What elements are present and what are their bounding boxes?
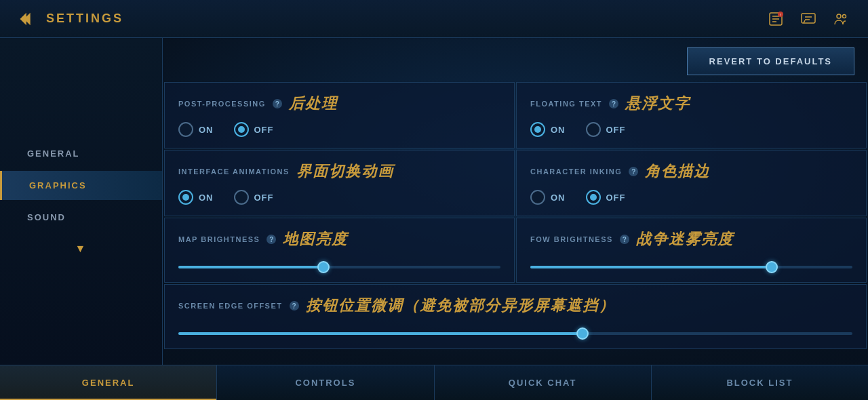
fow-brightness-cell: FOW BRIGHTNESS ? 战争迷雾亮度 <box>516 218 867 283</box>
floating-text-off[interactable]: OFF <box>586 122 626 137</box>
map-brightness-label-cn: 地图亮度 <box>283 229 348 249</box>
character-inking-off-label: OFF <box>606 193 626 203</box>
chat-icon[interactable] <box>797 8 819 30</box>
screen-edge-offset-cell: SCREEN EDGE OFFSET ? 按钮位置微调（避免被部分异形屏幕遮挡） <box>164 284 867 349</box>
sidebar: GENERAL GRAPHICS SOUND ▼ <box>0 38 163 365</box>
fow-brightness-help-icon[interactable]: ? <box>620 235 629 244</box>
character-inking-cell: CHARACTER INKING ? 角色描边 ON OFF <box>516 150 867 216</box>
sidebar-item-sound[interactable]: SOUND ▼ <box>0 203 162 264</box>
revert-bar: REVERT TO DEFAULTS <box>163 38 868 82</box>
character-inking-label-en: CHARACTER INKING <box>530 167 622 176</box>
svg-point-6 <box>837 14 841 18</box>
floating-text-cell: FLOATING TEXT ? 悬浮文字 ON OFF <box>516 82 867 148</box>
revert-to-defaults-button[interactable]: REVERT TO DEFAULTS <box>687 47 854 75</box>
fow-brightness-slider-track[interactable] <box>530 266 852 268</box>
fow-brightness-slider-fill <box>530 266 772 268</box>
screen-edge-offset-help-icon[interactable]: ? <box>290 301 299 311</box>
map-brightness-slider-thumb[interactable] <box>317 261 330 273</box>
post-processing-on-label: ON <box>199 125 214 135</box>
post-processing-off[interactable]: OFF <box>234 122 274 137</box>
interface-animations-on[interactable]: ON <box>178 190 214 205</box>
interface-animations-toggle-row: ON OFF <box>178 190 500 205</box>
character-inking-label-row: CHARACTER INKING ? 角色描边 <box>530 161 852 182</box>
character-inking-off[interactable]: OFF <box>586 190 626 205</box>
task-icon[interactable]: ! <box>765 8 787 30</box>
floating-text-on[interactable]: ON <box>530 122 566 137</box>
tab-controls[interactable]: CONTROLS <box>217 365 434 400</box>
post-processing-on-radio <box>178 122 193 137</box>
settings-grid: POST-PROCESSING ? 后处理 ON OFF <box>163 82 868 349</box>
floating-text-help-icon[interactable]: ? <box>609 99 618 108</box>
floating-text-label-en: FLOATING TEXT <box>530 100 602 108</box>
map-brightness-slider-fill <box>178 266 323 268</box>
screen-edge-offset-slider-thumb[interactable] <box>576 327 589 340</box>
svg-rect-5 <box>802 14 815 23</box>
post-processing-label-row: POST-PROCESSING ? 后处理 <box>178 94 500 114</box>
post-processing-label-en: POST-PROCESSING <box>178 100 266 108</box>
tab-bar: GENERAL CONTROLS QUICK CHAT BLOCK LIST <box>0 365 868 400</box>
post-processing-off-label: OFF <box>254 125 274 135</box>
character-inking-on[interactable]: ON <box>530 190 566 205</box>
map-brightness-slider-track[interactable] <box>178 266 500 268</box>
fow-brightness-slider-container <box>530 258 852 271</box>
header-left: SETTINGS <box>16 8 123 30</box>
sidebar-item-graphics[interactable]: GRAPHICS <box>0 171 162 200</box>
header: SETTINGS ! <box>0 0 868 38</box>
header-icons: ! <box>765 8 852 30</box>
fow-brightness-label-row: FOW BRIGHTNESS ? 战争迷雾亮度 <box>530 229 852 249</box>
back-button[interactable] <box>16 8 38 30</box>
tab-general[interactable]: GENERAL <box>0 365 217 400</box>
screen-edge-offset-slider-track[interactable] <box>178 332 852 335</box>
svg-point-7 <box>843 14 846 18</box>
tab-quick-chat[interactable]: QUICK CHAT <box>435 365 652 400</box>
character-inking-off-radio <box>586 190 601 205</box>
screen-edge-offset-label-cn: 按钮位置微调（避免被部分异形屏幕遮挡） <box>306 296 615 316</box>
interface-animations-cell: INTERFACE ANIMATIONS 界面切换动画 ON OFF <box>164 150 515 216</box>
fow-brightness-slider-thumb[interactable] <box>766 261 778 273</box>
interface-animations-off-radio <box>234 190 249 205</box>
floating-text-toggle-row: ON OFF <box>530 122 852 137</box>
post-processing-label-cn: 后处理 <box>289 94 338 114</box>
post-processing-off-radio <box>234 122 249 137</box>
map-brightness-slider-container <box>178 258 500 271</box>
interface-animations-off-label: OFF <box>254 193 274 203</box>
character-inking-label-cn: 角色描边 <box>645 161 710 182</box>
fow-brightness-label-en: FOW BRIGHTNESS <box>530 235 613 243</box>
tab-block-list[interactable]: BLOCK LIST <box>652 365 868 400</box>
map-brightness-cell: MAP BRIGHTNESS ? 地图亮度 <box>164 218 515 283</box>
character-inking-off-radio-inner <box>590 194 597 201</box>
interface-animations-label-row: INTERFACE ANIMATIONS 界面切换动画 <box>178 161 500 182</box>
character-inking-toggle-row: ON OFF <box>530 190 852 205</box>
screen-edge-offset-label-en: SCREEN EDGE OFFSET <box>178 302 283 310</box>
main-layout: GENERAL GRAPHICS SOUND ▼ REVERT TO DEFAU… <box>0 38 868 365</box>
svg-marker-1 <box>20 12 26 25</box>
post-processing-off-radio-inner <box>238 126 245 133</box>
floating-text-on-label: ON <box>551 125 566 135</box>
friends-icon[interactable] <box>830 8 852 30</box>
content-area: REVERT TO DEFAULTS POST-PROCESSING ? 后处理… <box>163 38 868 365</box>
screen-edge-offset-slider-container <box>178 324 852 338</box>
fow-brightness-label-cn: 战争迷雾亮度 <box>636 229 734 249</box>
post-processing-cell: POST-PROCESSING ? 后处理 ON OFF <box>164 82 515 148</box>
floating-text-off-radio <box>586 122 601 137</box>
interface-animations-on-radio <box>178 190 193 205</box>
screen-edge-offset-label-row: SCREEN EDGE OFFSET ? 按钮位置微调（避免被部分异形屏幕遮挡） <box>178 296 852 316</box>
map-brightness-label-row: MAP BRIGHTNESS ? 地图亮度 <box>178 229 500 249</box>
sidebar-item-general[interactable]: GENERAL <box>0 139 162 168</box>
post-processing-toggle-row: ON OFF <box>178 122 500 137</box>
floating-text-label-row: FLOATING TEXT ? 悬浮文字 <box>530 94 852 114</box>
character-inking-help-icon[interactable]: ? <box>629 167 638 176</box>
floating-text-off-label: OFF <box>606 125 626 135</box>
character-inking-on-label: ON <box>551 193 566 203</box>
floating-text-label-cn: 悬浮文字 <box>625 94 690 114</box>
interface-animations-off[interactable]: OFF <box>234 190 274 205</box>
interface-animations-label-cn: 界面切换动画 <box>296 161 394 182</box>
floating-text-on-radio <box>530 122 545 137</box>
interface-animations-label-en: INTERFACE ANIMATIONS <box>178 167 290 176</box>
floating-text-on-radio-inner <box>534 126 541 133</box>
interface-animations-on-label: ON <box>199 193 214 203</box>
post-processing-help-icon[interactable]: ? <box>273 99 282 108</box>
page-title: SETTINGS <box>46 12 123 26</box>
map-brightness-help-icon[interactable]: ? <box>267 235 276 244</box>
post-processing-on[interactable]: ON <box>178 122 214 137</box>
